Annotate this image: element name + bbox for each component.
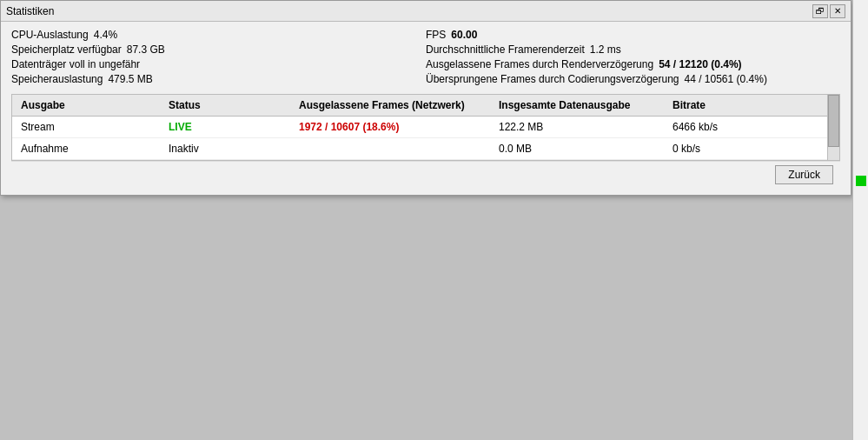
stat-disk-free-label: Speicherplatz verfügbar bbox=[11, 43, 122, 56]
scrollbar-thumb[interactable] bbox=[828, 95, 839, 147]
cell-daten-stream: 122.2 MB bbox=[495, 119, 669, 135]
stat-fps: FPS 60.00 bbox=[426, 29, 840, 41]
cell-bitrate-aufnahme: 0 kb/s bbox=[669, 141, 799, 157]
stat-mem-value: 479.5 MB bbox=[108, 73, 152, 85]
stat-frame-time-value: 1.2 ms bbox=[590, 43, 621, 56]
stat-disk-free-value: 87.3 GB bbox=[127, 43, 165, 56]
table-body: Stream LIVE 1972 / 10607 (18.6%) 122.2 M… bbox=[12, 117, 839, 160]
statistics-window: Statistiken 🗗 ✕ CPU-Auslastung 4.4% Spei… bbox=[0, 0, 851, 196]
stat-skipped-render-value: 54 / 12120 (0.4%) bbox=[659, 58, 741, 70]
stat-skipped-render-label: Ausgelassene Frames durch Renderverzöger… bbox=[426, 58, 653, 70]
header-ausgabe: Ausgabe bbox=[17, 97, 165, 113]
output-table: Ausgabe Status Ausgelassene Frames (Netz… bbox=[11, 94, 840, 161]
cell-status-stream: LIVE bbox=[165, 119, 295, 135]
stat-skipped-encode: Übersprungene Frames durch Codierungsver… bbox=[426, 73, 840, 85]
stat-frame-time-label: Durchschnittliche Framerenderzeit bbox=[426, 43, 585, 56]
cell-ausgabe-stream: Stream bbox=[17, 119, 165, 135]
restore-button[interactable]: 🗗 bbox=[812, 4, 828, 18]
window-title: Statistiken bbox=[6, 5, 54, 17]
table-row: Aufnahme Inaktiv 0.0 MB 0 kb/s bbox=[12, 138, 839, 160]
cell-ausgabe-aufnahme: Aufnahme bbox=[17, 141, 165, 157]
scrollbar-track[interactable] bbox=[827, 95, 839, 160]
cell-frames-stream: 1972 / 10607 (18.6%) bbox=[295, 119, 495, 135]
stat-mem-label: Speicherauslastung bbox=[11, 73, 103, 85]
stat-cpu-label: CPU-Auslastung bbox=[11, 29, 89, 41]
table-header: Ausgabe Status Ausgelassene Frames (Netz… bbox=[12, 95, 839, 117]
header-frames: Ausgelassene Frames (Netzwerk) bbox=[295, 97, 495, 113]
cell-frames-aufnahme bbox=[295, 141, 495, 157]
close-button[interactable]: ✕ bbox=[830, 4, 845, 18]
content-area: CPU-Auslastung 4.4% Speicherplatz verfüg… bbox=[1, 22, 851, 195]
title-bar-controls: 🗗 ✕ bbox=[812, 4, 845, 18]
stat-disk-full: Datenträger voll in ungefähr bbox=[11, 58, 426, 70]
stat-cpu-value: 4.4% bbox=[94, 29, 117, 41]
header-daten: Insgesamte Datenausgabe bbox=[495, 97, 669, 113]
stats-right-column: FPS 60.00 Durchschnittliche Framerenderz… bbox=[426, 29, 840, 85]
stat-skipped-encode-label: Übersprungene Frames durch Codierungsver… bbox=[426, 73, 679, 85]
live-indicator bbox=[856, 176, 866, 186]
stat-disk-full-label: Datenträger voll in ungefähr bbox=[11, 58, 140, 70]
bottom-bar: Zurück bbox=[11, 161, 840, 188]
table-row: Stream LIVE 1972 / 10607 (18.6%) 122.2 M… bbox=[12, 117, 839, 138]
stat-skipped-render: Ausgelassene Frames durch Renderverzöger… bbox=[426, 58, 840, 70]
stat-fps-value: 60.00 bbox=[451, 29, 477, 41]
stat-frame-time: Durchschnittliche Framerenderzeit 1.2 ms bbox=[426, 43, 840, 56]
stat-cpu: CPU-Auslastung 4.4% bbox=[11, 29, 426, 41]
header-status: Status bbox=[165, 97, 295, 113]
title-bar: Statistiken 🗗 ✕ bbox=[1, 1, 851, 22]
right-panel bbox=[852, 0, 868, 440]
cell-status-aufnahme: Inaktiv bbox=[165, 141, 295, 157]
stat-skipped-encode-value: 44 / 10561 (0.4%) bbox=[685, 73, 767, 85]
cell-bitrate-stream: 6466 kb/s bbox=[669, 119, 799, 135]
cell-daten-aufnahme: 0.0 MB bbox=[495, 141, 669, 157]
header-bitrate: Bitrate bbox=[669, 97, 799, 113]
zurück-button[interactable]: Zurück bbox=[775, 165, 833, 184]
stat-disk-free: Speicherplatz verfügbar 87.3 GB bbox=[11, 43, 426, 56]
stat-mem: Speicherauslastung 479.5 MB bbox=[11, 73, 426, 85]
stats-left-column: CPU-Auslastung 4.4% Speicherplatz verfüg… bbox=[11, 29, 426, 85]
stat-fps-label: FPS bbox=[426, 29, 446, 41]
stats-section: CPU-Auslastung 4.4% Speicherplatz verfüg… bbox=[11, 29, 840, 85]
